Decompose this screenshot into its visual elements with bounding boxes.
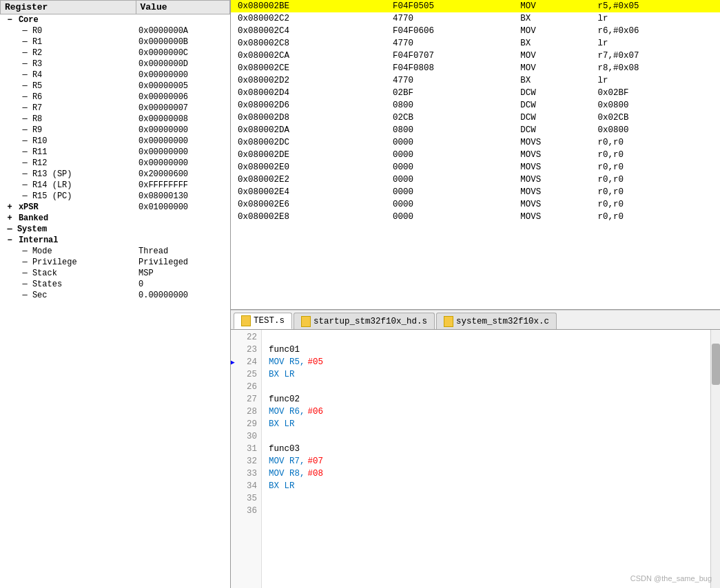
register-row[interactable]: — R60x00000006 xyxy=(1,92,230,103)
dis-mnemonic: DCW xyxy=(515,112,592,124)
register-row[interactable]: — ModeThread xyxy=(1,246,230,257)
scrollbar[interactable] xyxy=(710,330,720,588)
keyword: BX LR xyxy=(269,481,295,491)
code-content: func01 MOV R5, #05 BX LRfunc02 MOV R6, #… xyxy=(262,330,710,588)
disassembly-row[interactable]: 0x080002E60000MOVSr0,r0 xyxy=(231,198,720,211)
register-row[interactable]: — R00x0000000A xyxy=(1,25,230,36)
register-name: — R3 xyxy=(1,59,136,70)
scrollbar-thumb[interactable] xyxy=(712,344,720,385)
register-row[interactable]: — R30x0000000D xyxy=(1,59,230,70)
dis-operands: r6,#0x06 xyxy=(593,25,720,37)
register-name: — R2 xyxy=(1,48,136,59)
number: #06 xyxy=(308,407,324,417)
dis-operands: r8,#0x08 xyxy=(593,62,720,74)
tab-label: TEST.s xyxy=(254,316,285,326)
register-value xyxy=(136,213,229,224)
line-number: 26 xyxy=(231,381,261,393)
dis-operands: 0x02CB xyxy=(593,112,720,124)
disassembly-row[interactable]: 0x080002C24770BXlr xyxy=(231,12,720,25)
dis-mnemonic: DCW xyxy=(515,87,592,99)
source-tab[interactable]: TEST.s xyxy=(234,313,292,329)
register-row[interactable]: — StackMSP xyxy=(1,268,230,279)
dis-bytes: 0000 xyxy=(387,174,515,186)
register-name: — R11 xyxy=(1,147,136,158)
dis-addr: 0x080002E0 xyxy=(231,161,387,174)
register-value: 0x00000000 xyxy=(136,147,229,158)
disassembly-row[interactable]: 0x080002D402BFDCW0x02BF xyxy=(231,87,720,99)
register-row[interactable]: − Core xyxy=(1,14,230,26)
register-row[interactable]: — Sec0.00000000 xyxy=(1,290,230,301)
line-number: ▶24 xyxy=(231,356,261,368)
disassembly-row[interactable]: 0x080002DE0000MOVSr0,r0 xyxy=(231,149,720,161)
dis-mnemonic: MOVS xyxy=(515,161,592,174)
disassembly-row[interactable]: 0x080002E20000MOVSr0,r0 xyxy=(231,174,720,186)
register-value: 0x08000130 xyxy=(136,191,229,202)
disassembly-row[interactable]: 0x080002D60800DCW0x0800 xyxy=(231,99,720,112)
dis-bytes: 4770 xyxy=(387,12,515,25)
disassembly-table: 0x080002BEF04F0505MOVr5,#0x050x080002C24… xyxy=(231,0,720,223)
register-value: 0x0000000A xyxy=(136,25,229,36)
register-name: + Banked xyxy=(1,213,136,224)
register-row[interactable]: — PrivilegePrivileged xyxy=(1,257,230,268)
disassembly-row[interactable]: 0x080002BEF04F0505MOVr5,#0x05 xyxy=(231,0,720,12)
dis-bytes: F04F0606 xyxy=(387,25,515,37)
dis-mnemonic: BX xyxy=(515,74,592,87)
register-row[interactable]: — R120x00000000 xyxy=(1,158,230,169)
dis-addr: 0x080002D4 xyxy=(231,87,387,99)
code-line: BX LR xyxy=(269,480,710,492)
disassembly-row[interactable]: 0x080002C4F04F0606MOVr6,#0x06 xyxy=(231,25,720,37)
register-row[interactable]: − Internal xyxy=(1,235,230,246)
code-line xyxy=(269,492,710,505)
register-row[interactable]: — R100x00000000 xyxy=(1,136,230,147)
source-tab[interactable]: system_stm32f10x.c xyxy=(436,313,557,329)
dis-addr: 0x080002D6 xyxy=(231,99,387,112)
register-row[interactable]: — R15 (PC)0x08000130 xyxy=(1,191,230,202)
line-number: 25 xyxy=(231,368,261,381)
disassembly-row[interactable]: 0x080002C84770BXlr xyxy=(231,37,720,50)
dis-mnemonic: BX xyxy=(515,37,592,50)
register-row[interactable]: — R80x00000008 xyxy=(1,114,230,125)
dis-bytes: 0800 xyxy=(387,124,515,136)
dis-mnemonic: MOVS xyxy=(515,174,592,186)
register-panel: Register Value − Core— R00x0000000A— R10… xyxy=(0,0,231,588)
disassembly-row[interactable]: 0x080002E80000MOVSr0,r0 xyxy=(231,211,720,223)
register-row[interactable]: — States0 xyxy=(1,279,230,290)
register-row[interactable]: — R40x00000000 xyxy=(1,70,230,81)
register-row[interactable]: — R14 (LR)0xFFFFFFFF xyxy=(1,180,230,191)
code-line: BX LR xyxy=(269,368,710,381)
register-name: — R9 xyxy=(1,125,136,136)
disassembly-row[interactable]: 0x080002E40000MOVSr0,r0 xyxy=(231,186,720,198)
dis-addr: 0x080002CE xyxy=(231,62,387,74)
dis-operands: r0,r0 xyxy=(593,149,720,161)
register-name: — R6 xyxy=(1,92,136,103)
register-row[interactable]: — R90x00000000 xyxy=(1,125,230,136)
register-row[interactable]: — R110x00000000 xyxy=(1,147,230,158)
register-row[interactable]: — R13 (SP)0x20000600 xyxy=(1,169,230,180)
disassembly-row[interactable]: 0x080002D802CBDCW0x02CB xyxy=(231,112,720,124)
register-row[interactable]: — R50x00000005 xyxy=(1,81,230,92)
register-name: — System xyxy=(1,224,136,235)
register-name: — Mode xyxy=(1,246,136,257)
dis-addr: 0x080002DE xyxy=(231,149,387,161)
disassembly-row[interactable]: 0x080002DC0000MOVSr0,r0 xyxy=(231,136,720,149)
dis-addr: 0x080002C4 xyxy=(231,25,387,37)
register-row[interactable]: — R70x00000007 xyxy=(1,103,230,114)
dis-bytes: 4770 xyxy=(387,74,515,87)
func-label: func02 xyxy=(269,395,300,404)
dis-bytes: 02CB xyxy=(387,112,515,124)
disassembly-row[interactable]: 0x080002CAF04F0707MOVr7,#0x07 xyxy=(231,50,720,62)
disassembly-row[interactable]: 0x080002E00000MOVSr0,r0 xyxy=(231,161,720,174)
source-tab[interactable]: startup_stm32f10x_hd.s xyxy=(294,313,435,329)
register-row[interactable]: + xPSR0x01000000 xyxy=(1,202,230,213)
register-value: 0x00000008 xyxy=(136,114,229,125)
register-row[interactable]: — System xyxy=(1,224,230,235)
line-number: 32 xyxy=(231,455,261,468)
register-row[interactable]: — R20x0000000C xyxy=(1,48,230,59)
register-name: − Internal xyxy=(1,235,136,246)
disassembly-row[interactable]: 0x080002DA0800DCW0x0800 xyxy=(231,124,720,136)
register-row[interactable]: — R10x0000000B xyxy=(1,36,230,48)
disassembly-row[interactable]: 0x080002D24770BXlr xyxy=(231,74,720,87)
register-name: — R14 (LR) xyxy=(1,180,136,191)
register-row[interactable]: + Banked xyxy=(1,213,230,224)
disassembly-row[interactable]: 0x080002CEF04F0808MOVr8,#0x08 xyxy=(231,62,720,74)
